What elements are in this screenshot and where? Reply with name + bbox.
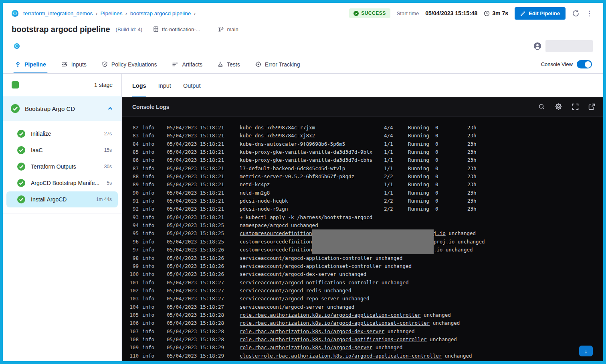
tab-output[interactable]: Output — [183, 74, 201, 97]
log-timestamp: 05/04/2023 15:18:29 — [167, 352, 228, 360]
stage-row-bootstrap-argo-cd[interactable]: Bootstrap Argo CD — [3, 96, 121, 121]
edit-pipeline-button[interactable]: Edit Pipeline — [515, 7, 566, 20]
step-row-argocd-bootstrap-manife[interactable]: ArgoCD Bootstrap Manife...5s — [6, 175, 118, 191]
tab-inputs[interactable]: Inputs — [61, 55, 87, 73]
log-timestamp: 05/04/2023 15:18:26 — [167, 246, 228, 254]
log-message: namespace/argocd unchanged — [240, 222, 318, 228]
more-options-button[interactable]: ⋮ — [586, 10, 593, 17]
stage-count: 1 stage — [94, 82, 113, 88]
tab-artifacts[interactable]: Artifacts — [172, 55, 202, 73]
check-circle-icon — [354, 11, 359, 16]
log-line-number: 84 — [128, 140, 139, 148]
refresh-button[interactable] — [572, 10, 580, 17]
log-message: customresourcedefinitionj.io unchanged — [240, 230, 476, 236]
git-branch-icon — [218, 26, 224, 32]
log-link[interactable]: clusterrole.rbac.authorization.k8s.io/ar… — [240, 353, 442, 359]
pod-ready: 1/1 — [384, 181, 408, 189]
log-link[interactable]: j.io — [434, 230, 446, 236]
step-row-terraform-outputs[interactable]: Terraform Outputs30s — [6, 159, 118, 175]
log-line-number: 100 — [128, 270, 139, 278]
log-level: info — [142, 132, 159, 140]
log-message: netd-kc4pz1/1Running023h — [240, 181, 477, 187]
pod-ready: 1/1 — [384, 165, 408, 173]
log-line: 108info05/04/2023 15:18:28role.rbac.auth… — [128, 336, 603, 344]
pod-age: 23h — [467, 141, 477, 147]
app-window: terraform_integration_demos › Pipelines … — [0, 0, 606, 364]
log-link[interactable]: .io — [434, 247, 443, 253]
log-link[interactable]: role.rbac.authorization.k8s.io/argocd-no… — [240, 336, 427, 342]
breadcrumb-separator: › — [124, 10, 128, 16]
log-fullscreen-button[interactable] — [570, 101, 581, 113]
tab-label: Policy Evaluations — [111, 61, 157, 68]
step-row-iaac[interactable]: IaaC15s — [6, 142, 118, 158]
breadcrumb-pipeline-link[interactable]: bootstrap argocd pipeline — [130, 10, 191, 16]
step-duration: 5s — [107, 180, 112, 186]
log-message: l7-default-backend-6dc845c45d-wtvlp1/1Ru… — [240, 165, 477, 171]
harness-logo-icon — [12, 10, 18, 17]
log-line: 104info05/04/2023 15:18:27serviceaccount… — [128, 303, 603, 311]
repo-chip[interactable]: tfc-notification-... — [153, 26, 200, 32]
pod-age: 23h — [467, 149, 477, 155]
step-name: Install ArgoCD — [31, 196, 67, 203]
log-level: info — [142, 311, 159, 319]
log-link[interactable]: role.rbac.authorization.k8s.io/argocd-ap… — [240, 312, 421, 318]
log-timestamp: 05/04/2023 15:18:29 — [167, 344, 228, 352]
log-link[interactable]: customresourcedefinition — [240, 247, 312, 253]
breadcrumb-pipelines-link[interactable]: Pipelines — [101, 10, 123, 16]
tab-policy-evaluations[interactable]: Policy Evaluations — [102, 55, 157, 73]
tab-input[interactable]: Input — [158, 74, 171, 97]
log-line: 89info05/04/2023 15:18:21netd-kc4pz1/1Ru… — [128, 181, 603, 189]
list-plus-icon — [172, 61, 178, 68]
pod-age: 23h — [467, 157, 477, 163]
breadcrumb-separator: › — [95, 10, 99, 16]
user-chip[interactable] — [533, 40, 593, 52]
log-timestamp: 05/04/2023 15:18:21 — [167, 156, 228, 164]
log-line-number: 92 — [128, 205, 139, 213]
log-open-new-window-button[interactable] — [586, 101, 598, 113]
log-level: info — [142, 197, 159, 205]
scroll-to-bottom-button[interactable]: ↓ — [579, 346, 593, 356]
pod-age: 23h — [467, 165, 477, 171]
breadcrumb-project-link[interactable]: terraform_integration_demos — [23, 10, 93, 16]
log-line: 95info05/04/2023 15:18:25customresourced… — [128, 229, 603, 237]
nav-tab-bar: Pipeline Inputs Policy Evaluations Artif… — [3, 55, 603, 74]
console: Console Logs — [122, 97, 603, 361]
branch-chip[interactable]: main — [218, 26, 238, 32]
pod-ready: 1/1 — [384, 148, 408, 156]
log-message: kube-proxy-gke-vanilla-vanilla-da3d3d7d-… — [240, 157, 477, 163]
pod-status: Running — [408, 140, 435, 148]
log-line-number: 110 — [128, 352, 139, 360]
duration-value: 3m 7s — [492, 10, 508, 16]
console-view-toggle[interactable] — [577, 60, 592, 68]
log-link[interactable]: role.rbac.authorization.k8s.io/argocd-ap… — [240, 320, 430, 326]
tab-pipeline[interactable]: Pipeline — [15, 55, 46, 73]
build-id: (Build Id: 4) — [116, 26, 142, 32]
tab-logs[interactable]: Logs — [132, 74, 146, 97]
log-message: role.rbac.authorization.k8s.io/argocd-se… — [240, 344, 402, 350]
log-line-number: 109 — [128, 344, 139, 352]
log-line-number: 98 — [128, 254, 139, 262]
log-link[interactable]: proj.io — [434, 239, 455, 245]
log-timestamp: 05/04/2023 15:18:28 — [167, 328, 228, 336]
log-link[interactable]: customresourcedefinition — [240, 230, 312, 236]
chevron-up-icon[interactable] — [107, 105, 113, 112]
step-row-initialize[interactable]: Initialize27s — [6, 126, 118, 142]
pod-status: Running — [408, 197, 435, 205]
tab-tests[interactable]: Tests — [218, 55, 240, 73]
pencil-icon — [520, 11, 525, 16]
log-link[interactable]: role.rbac.authorization.k8s.io/argocd-de… — [240, 328, 384, 334]
fullscreen-icon — [572, 103, 579, 110]
log-link[interactable]: role.rbac.authorization.k8s.io/argocd-se… — [240, 344, 372, 350]
step-row-install-argocd[interactable]: Install ArgoCD1m 44s — [6, 191, 118, 207]
log-message: role.rbac.authorization.k8s.io/argocd-ap… — [240, 312, 451, 318]
log-settings-button[interactable] — [552, 101, 565, 113]
tab-error-tracking[interactable]: Error Tracking — [255, 55, 300, 73]
page-title: bootstrap argocd pipeline — [12, 25, 110, 34]
log-line: 103info05/04/2023 15:18:27serviceaccount… — [128, 295, 603, 303]
log-line: 87info05/04/2023 15:18:21l7-default-back… — [128, 165, 603, 173]
step-name: Initialize — [31, 131, 51, 137]
log-search-button[interactable] — [536, 101, 547, 113]
console-view-label: Console View — [541, 61, 573, 67]
log-link[interactable]: customresourcedefinition — [240, 239, 312, 245]
log-level: info — [142, 238, 159, 246]
